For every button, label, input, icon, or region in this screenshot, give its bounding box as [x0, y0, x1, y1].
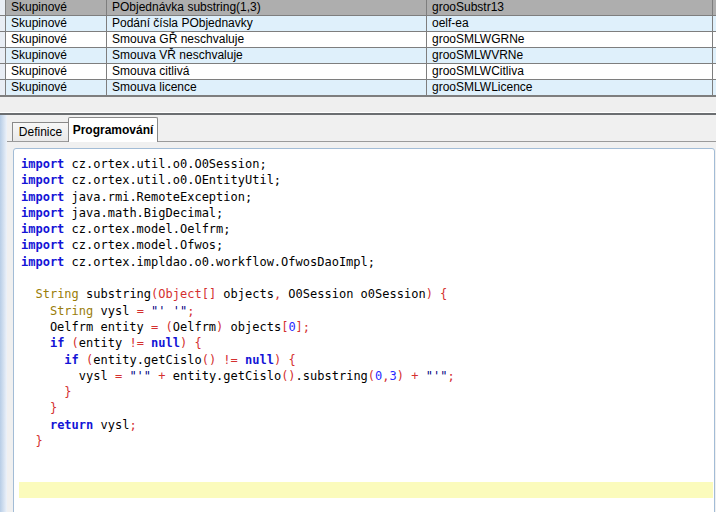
code-content: import cz.ortex.util.o0.O0Session;import…: [21, 156, 714, 498]
cell-category: Skupinové: [6, 0, 107, 15]
code-line: [21, 466, 714, 482]
table-row[interactable]: SkupinovéSmouva VŘ neschvalujegrooSMLWVR…: [0, 48, 716, 64]
code-line: import cz.ortex.model.Oelfrm;: [21, 221, 714, 237]
cell-category: Skupinové: [6, 48, 107, 63]
cell-identifier: grooSMLWLicence: [427, 80, 713, 95]
table-row[interactable]: SkupinovéSmouva citlivágrooSMLWCitliva: [0, 64, 716, 80]
code-line: import java.math.BigDecimal;: [21, 205, 714, 221]
tab-programovani[interactable]: Programování: [68, 117, 158, 142]
bottom-panel: DefiniceProgramování import cz.ortex.uti…: [0, 115, 716, 512]
code-line: return vysl;: [21, 417, 714, 433]
code-line: import cz.ortex.impldao.o0.workflow.Ofwo…: [21, 254, 714, 270]
conditions-table: SkupinovéPObjednávka substring(1,3)grooS…: [0, 0, 716, 96]
code-line: import cz.ortex.util.o0.O0Session;: [21, 156, 714, 172]
cell-category: Skupinové: [6, 80, 107, 95]
code-line: if (entity != null) {: [21, 335, 714, 351]
window-left-edge: [0, 115, 7, 512]
table-footer-gap: [0, 96, 716, 112]
table-row[interactable]: SkupinovéSmouva GŘ neschvalujegrooSMLWGR…: [0, 32, 716, 48]
table-row[interactable]: SkupinovéSmouva licencegrooSMLWLicence: [0, 80, 716, 96]
table-row[interactable]: SkupinovéPObjednávka substring(1,3)grooS…: [0, 0, 716, 16]
tab-definice[interactable]: Definice: [12, 122, 69, 141]
code-line: import cz.ortex.util.o0.OEntityUtil;: [21, 172, 714, 188]
cell-description: Smouva licence: [107, 80, 427, 95]
cell-description: Smouva GŘ neschvaluje: [107, 32, 427, 47]
cell-identifier: grooSMLWGRNe: [427, 32, 713, 47]
code-editor[interactable]: import cz.ortex.util.o0.O0Session;import…: [13, 148, 715, 512]
code-line: import cz.ortex.model.Ofwos;: [21, 237, 714, 253]
code-line: String substring(Object[] objects, O0Ses…: [21, 286, 714, 302]
code-line: [21, 449, 714, 465]
code-line: String vysl = "' '";: [21, 303, 714, 319]
code-line: }: [21, 400, 714, 416]
cell-identifier: oelf-ea: [427, 16, 713, 31]
cell-category: Skupinové: [6, 32, 107, 47]
cell-description: Smouva citlivá: [107, 64, 427, 79]
code-line: [21, 270, 714, 286]
table-row[interactable]: SkupinovéPodání čísla PObjednavkyoelf-ea: [0, 16, 716, 32]
code-line: }: [21, 384, 714, 400]
cell-description: PObjednávka substring(1,3): [107, 0, 427, 15]
code-line: Oelfrm entity = (Oelfrm) objects[0];: [21, 319, 714, 335]
code-line: [21, 482, 714, 498]
cell-category: Skupinové: [6, 16, 107, 31]
cell-description: Podání čísla PObjednavky: [107, 16, 427, 31]
workflow-editor-window: SkupinovéPObjednávka substring(1,3)grooS…: [0, 0, 716, 512]
cell-description: Smouva VŘ neschvaluje: [107, 48, 427, 63]
cell-category: Skupinové: [6, 64, 107, 79]
cell-identifier: grooSMLWCitliva: [427, 64, 713, 79]
cell-identifier: grooSubstr13: [427, 0, 713, 15]
code-line: if (entity.getCislo() != null) {: [21, 352, 714, 368]
cell-identifier: grooSMLWVRNe: [427, 48, 713, 63]
code-line: import java.rmi.RemoteException;: [21, 189, 714, 205]
code-line: vysl = "'" + entity.getCislo().substring…: [21, 368, 714, 384]
code-line: }: [21, 433, 714, 449]
